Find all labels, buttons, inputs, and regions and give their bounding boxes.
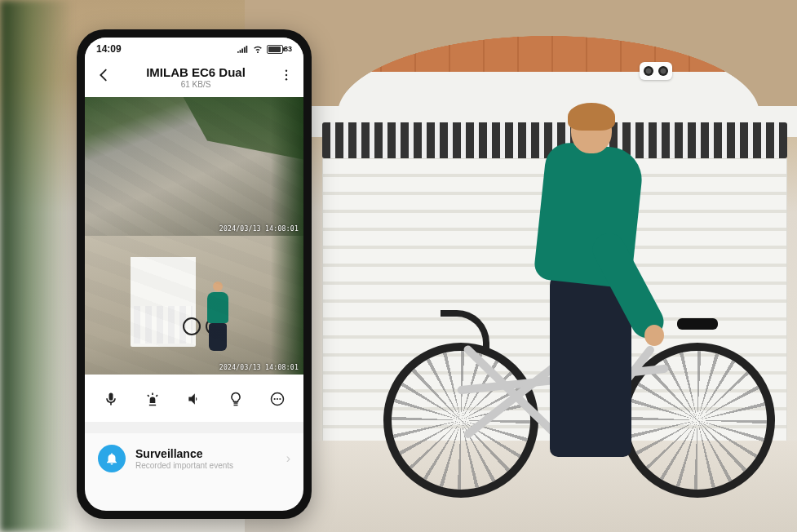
svg-point-5 xyxy=(277,398,278,400)
svg-point-4 xyxy=(274,398,276,400)
chevron-right-icon: › xyxy=(286,451,290,466)
bell-icon xyxy=(98,445,126,472)
microphone-button[interactable] xyxy=(101,389,121,409)
feed-timestamp: 2024/03/13 14:08:01 xyxy=(219,364,299,371)
status-bar: 14:09 83 xyxy=(85,38,303,60)
svg-point-2 xyxy=(286,78,287,80)
header-title-block: IMILAB EC6 Dual 61 KB/S xyxy=(113,65,279,89)
siren-button[interactable] xyxy=(143,389,162,409)
section-divider xyxy=(85,422,303,433)
device-title: IMILAB EC6 Dual xyxy=(113,65,279,79)
surveillance-title: Surveillance xyxy=(135,447,277,460)
mounted-camera-device xyxy=(640,62,672,80)
foreground-foliage xyxy=(0,0,73,532)
app-header: IMILAB EC6 Dual 61 KB/S xyxy=(85,60,303,97)
person-with-bike xyxy=(522,106,669,457)
status-icons: 83 xyxy=(237,44,292,55)
surveillance-subtitle: Recorded important events xyxy=(135,461,277,470)
camera-feeds: 2024/03/13 14:08:01 2024/03/13 14:08:01 xyxy=(85,97,303,375)
svg-point-6 xyxy=(280,398,281,400)
phone-mockup: 14:09 83 xyxy=(77,29,312,519)
lightbulb-button[interactable] xyxy=(226,389,246,409)
battery-indicator: 83 xyxy=(267,45,292,54)
quick-controls xyxy=(85,375,303,422)
back-button[interactable] xyxy=(95,66,113,88)
camera-feed-wide[interactable]: 2024/03/13 14:08:01 xyxy=(85,97,303,236)
surveillance-row[interactable]: Surveillance Recorded important events › xyxy=(85,433,303,484)
app-screen: 14:09 83 xyxy=(85,38,303,511)
speaker-button[interactable] xyxy=(184,389,204,409)
wifi-icon xyxy=(252,44,263,55)
background-brick xyxy=(245,0,797,82)
more-controls-button[interactable] xyxy=(268,389,287,409)
feed-timestamp: 2024/03/13 14:08:01 xyxy=(219,225,299,233)
camera-feed-zoom[interactable]: 2024/03/13 14:08:01 xyxy=(85,236,303,375)
product-scene: 14:09 83 xyxy=(0,0,797,532)
more-options-button[interactable] xyxy=(279,68,294,86)
svg-point-1 xyxy=(286,74,287,76)
status-time: 14:09 xyxy=(96,43,122,55)
svg-point-0 xyxy=(286,70,287,72)
signal-icon xyxy=(237,44,249,55)
bandwidth-label: 61 KB/S xyxy=(113,80,279,89)
